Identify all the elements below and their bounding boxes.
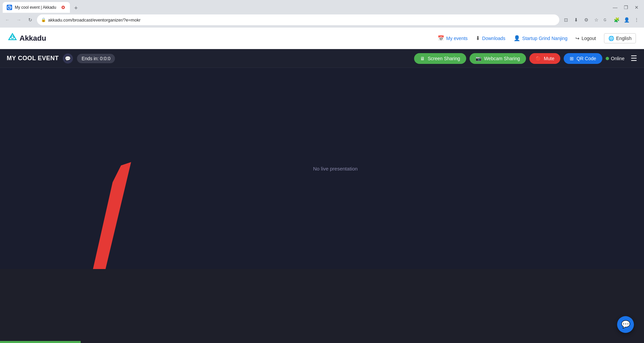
qr-code-label: QR Code — [576, 56, 596, 61]
bottom-panel — [0, 269, 644, 343]
translate-icon[interactable]: G — [602, 15, 611, 25]
webcam-icon: 📷 — [476, 56, 481, 61]
browser-tabs: My cool event | Akkadu + — [3, 2, 610, 13]
browser-chrome: My cool event | Akkadu + — ❐ ✕ ← → ↻ 🔒 a… — [0, 0, 644, 28]
event-timer: Ends in: 0:0:0 — [77, 54, 115, 63]
screen-sharing-icon: 🖥 — [420, 56, 425, 61]
event-bar: MY COOL EVENT 💬 Ends in: 0:0:0 🖥 Screen … — [0, 49, 644, 68]
main-content: No live presentation — [0, 68, 644, 343]
language-label: English — [616, 36, 632, 41]
my-events-label: My events — [446, 36, 468, 41]
presentation-area: No live presentation — [0, 68, 644, 269]
startup-label: Startup Grind Nanjing — [522, 36, 568, 41]
reload-button[interactable]: ↻ — [26, 15, 35, 25]
address-bar[interactable]: 🔒 akkadu.com/broadcast/eventorganizer/?e… — [37, 14, 559, 25]
online-dot — [606, 57, 609, 60]
calendar-icon: 📅 — [438, 35, 444, 41]
browser-titlebar: My cool event | Akkadu + — ❐ ✕ — [0, 0, 644, 13]
profile-button[interactable]: 👤 — [622, 15, 631, 25]
window-controls: — ❐ ✕ — [610, 3, 641, 12]
webcam-sharing-button[interactable]: 📷 Webcam Sharing — [470, 53, 526, 64]
mute-icon: 🔴 — [535, 56, 541, 61]
svg-point-6 — [11, 36, 14, 39]
logout-button[interactable]: ↪ Logout — [575, 36, 596, 41]
forward-button[interactable]: → — [14, 15, 24, 25]
maximize-button[interactable]: ❐ — [621, 3, 631, 12]
qr-code-button[interactable]: ⊞ QR Code — [564, 53, 602, 64]
qr-icon: ⊞ — [570, 56, 574, 61]
akkadu-logo-icon — [8, 33, 17, 44]
chat-fab-button[interactable]: 💬 — [617, 316, 634, 333]
downloads-label: Downloads — [482, 36, 505, 41]
screen-sharing-label: Screen Sharing — [428, 56, 460, 61]
logout-icon: ↪ — [575, 36, 579, 41]
timer-prefix: Ends in: — [82, 56, 99, 61]
svg-text:G: G — [604, 18, 606, 22]
user-icon: 👤 — [514, 35, 520, 41]
app-wrapper: Akkadu 📅 My events ⬇ Downloads 👤 Startup… — [0, 28, 644, 343]
toolbar-actions: ⊡ ⬇ ⚙ ☆ G 🧩 👤 ⋮ — [561, 15, 641, 25]
tab-close-button[interactable] — [61, 5, 66, 10]
close-button[interactable]: ✕ — [632, 3, 641, 12]
green-progress-bar — [0, 341, 81, 343]
my-events-link[interactable]: 📅 My events — [438, 35, 468, 41]
language-button[interactable]: 🌐 English — [604, 33, 636, 43]
logout-label: Logout — [581, 36, 596, 41]
active-tab[interactable]: My cool event | Akkadu — [3, 2, 70, 13]
bookmark-icon[interactable]: ☆ — [592, 15, 601, 25]
webcam-sharing-label: Webcam Sharing — [484, 56, 520, 61]
startup-link[interactable]: 👤 Startup Grind Nanjing — [514, 35, 568, 41]
menu-button[interactable]: ⋮ — [632, 15, 641, 25]
timer-value: 0:0:0 — [100, 56, 110, 61]
chat-icon[interactable]: 💬 — [63, 53, 73, 64]
mute-button[interactable]: 🔴 Mute — [529, 53, 560, 64]
no-presentation-text: No live presentation — [313, 166, 358, 172]
hamburger-menu[interactable]: ☰ — [631, 54, 637, 63]
event-title: MY COOL EVENT — [7, 55, 59, 62]
language-flag-icon: 🌐 — [608, 36, 614, 41]
online-label: Online — [611, 56, 625, 61]
lock-icon: 🔒 — [41, 17, 46, 22]
url-text: akkadu.com/broadcast/eventorganizer/?e=m… — [48, 17, 555, 23]
download-icon[interactable]: ⬇ — [571, 15, 581, 25]
extensions-button[interactable]: 🧩 — [612, 15, 621, 25]
event-bar-right: 🖥 Screen Sharing 📷 Webcam Sharing 🔴 Mute… — [414, 53, 637, 64]
online-indicator: Online — [606, 56, 625, 61]
browser-toolbar: ← → ↻ 🔒 akkadu.com/broadcast/eventorgani… — [0, 13, 644, 28]
mute-label: Mute — [544, 56, 554, 61]
back-button[interactable]: ← — [3, 15, 12, 25]
cast-icon[interactable]: ⊡ — [561, 15, 571, 25]
downloads-link[interactable]: ⬇ Downloads — [476, 35, 505, 41]
tab-title: My cool event | Akkadu — [15, 5, 58, 10]
download-nav-icon: ⬇ — [476, 35, 480, 41]
tab-favicon — [7, 5, 12, 10]
screen-sharing-button[interactable]: 🖥 Screen Sharing — [414, 53, 466, 64]
akkadu-nav: Akkadu 📅 My events ⬇ Downloads 👤 Startup… — [0, 28, 644, 49]
extension-icon[interactable]: ⚙ — [581, 15, 591, 25]
nav-right: 📅 My events ⬇ Downloads 👤 Startup Grind … — [438, 33, 636, 43]
new-tab-button[interactable]: + — [71, 3, 81, 13]
akkadu-logo-text: Akkadu — [19, 34, 46, 43]
akkadu-logo[interactable]: Akkadu — [8, 33, 46, 44]
minimize-button[interactable]: — — [610, 3, 620, 12]
